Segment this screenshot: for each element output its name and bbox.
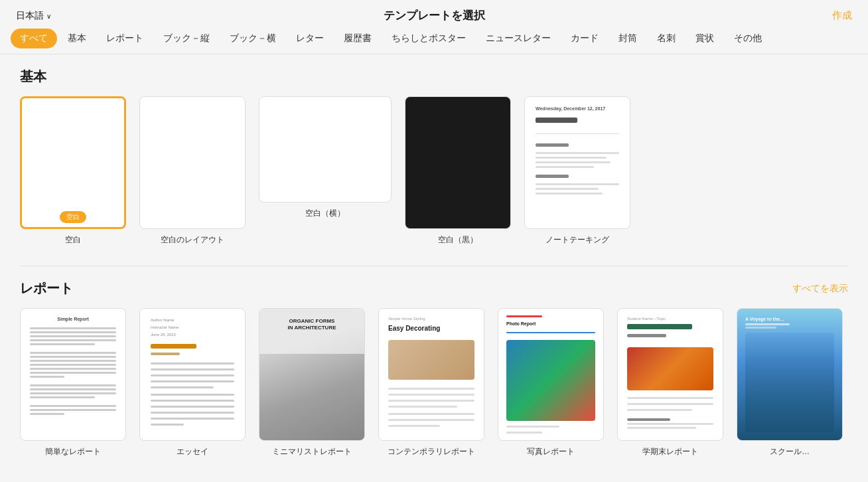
tab-business-card[interactable]: 名刺 [648,29,685,48]
tab-certificate[interactable]: 賞状 [686,29,723,48]
template-simple-report-label: 簡単なレポート [45,446,101,457]
tab-card[interactable]: カード [561,29,608,48]
template-voyage-thumb[interactable]: A Voyage to the… [737,308,843,441]
template-minimalist[interactable]: ORGANIC FORMSIN ARCHITECTURE ミニマリストレポート [259,308,365,457]
template-geology[interactable]: Student Name—Topic 学期末レポート [617,308,723,457]
template-simple-report[interactable]: Simple Report [20,308,126,457]
template-blank-label: 空白 [65,234,81,246]
template-blank-landscape-thumb[interactable] [259,96,392,202]
tab-book-landscape[interactable]: ブック－横 [220,29,285,48]
tab-newsletter[interactable]: ニュースレター [476,29,560,48]
tab-letter[interactable]: レター [287,29,333,48]
header: 日本語 ∨ テンプレートを選択 作成 [0,0,868,29]
template-blank-black[interactable]: 空白（黒） [405,96,511,246]
report-section-header: レポート すべてを表示 [20,280,848,297]
tab-all[interactable]: すべて [11,29,57,48]
tab-report[interactable]: レポート [97,29,153,48]
template-blank-thumb[interactable]: 空白 [20,96,126,229]
basic-section-header: 基本 [20,68,848,86]
language-selector[interactable]: 日本語 ∨ [16,10,51,22]
template-blank-layout-thumb[interactable] [139,96,246,229]
tab-envelope[interactable]: 封筒 [609,29,646,48]
template-essay[interactable]: Author Name Instructor Name June 20, 202… [139,308,246,457]
template-notetaking[interactable]: Wednesday, December 12, 2017 ノートテーキング [524,96,630,246]
tab-basic[interactable]: 基本 [58,29,96,48]
template-contemporary-label: コンテンポラリレポート [388,446,475,457]
template-photo-report[interactable]: Photo Report 写真レポート [498,308,604,457]
template-notetaking-label: ノートテーキング [545,234,609,246]
template-blank-landscape-label: 空白（横） [305,208,345,219]
create-button[interactable]: 作成 [832,9,852,22]
template-voyage-label: スクール… [770,446,810,457]
report-template-grid: Simple Report [20,308,848,457]
template-blank-black-label: 空白（黒） [438,234,478,246]
basic-template-grid: 空白 空白 空白のレイアウト 空白（横） 空白（黒） Wednesday, [20,96,848,246]
tab-book-portrait[interactable]: ブック－縦 [154,29,219,48]
basic-section-title: 基本 [20,68,46,86]
tab-flyer[interactable]: ちらしとポスター [382,29,475,48]
template-voyage[interactable]: A Voyage to the… スクール… [737,308,843,457]
chevron-down-icon: ∨ [46,13,51,20]
report-section-title: レポート [20,280,73,297]
section-divider-report [20,266,848,266]
template-minimalist-thumb[interactable]: ORGANIC FORMSIN ARCHITECTURE [259,308,365,441]
template-geology-thumb[interactable]: Student Name—Topic [617,308,723,441]
template-blank-black-thumb[interactable] [405,96,511,229]
blank-badge: 空白 [60,211,86,223]
template-contemporary-thumb[interactable]: Simple Home Styling Easy Decorating [378,308,484,441]
template-photo-report-thumb[interactable]: Photo Report [498,308,604,441]
template-essay-label: エッセイ [177,446,208,457]
template-geology-label: 学期末レポート [642,446,698,457]
template-blank-layout-label: 空白のレイアウト [161,234,224,246]
language-label: 日本語 [16,10,44,22]
template-photo-report-label: 写真レポート [527,446,575,457]
template-essay-thumb[interactable]: Author Name Instructor Name June 20, 202… [139,308,246,441]
template-notetaking-thumb[interactable]: Wednesday, December 12, 2017 [524,96,630,229]
main-content: 基本 空白 空白 空白のレイアウト 空白（横） 空白（黒） [0,54,868,463]
template-blank-landscape[interactable]: 空白（横） [259,96,392,246]
page-title: テンプレートを選択 [384,8,485,23]
tab-other[interactable]: その他 [725,29,771,48]
template-minimalist-label: ミニマリストレポート [272,446,352,457]
template-contemporary[interactable]: Simple Home Styling Easy Decorating コンテン… [378,308,484,457]
tab-bar: すべて 基本 レポート ブック－縦 ブック－横 レター 履歴書 ちらしとポスター… [0,29,868,54]
report-show-all[interactable]: すべてを表示 [792,283,848,295]
template-blank[interactable]: 空白 空白 [20,96,126,246]
template-blank-layout[interactable]: 空白のレイアウト [139,96,246,246]
tab-resume[interactable]: 履歴書 [334,29,381,48]
template-simple-report-thumb[interactable]: Simple Report [20,308,126,441]
